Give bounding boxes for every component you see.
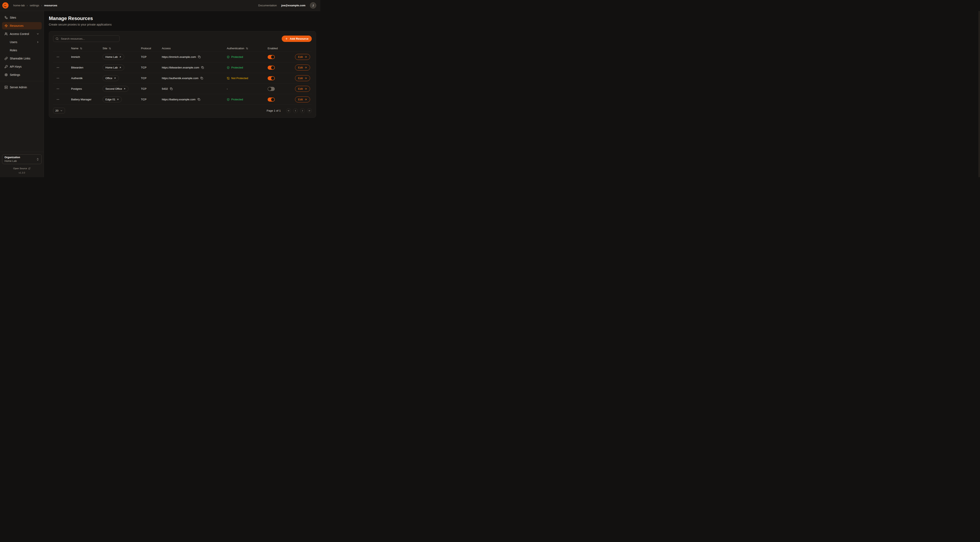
breadcrumb-current: resources [44, 4, 57, 7]
column-header-name[interactable]: Name [71, 47, 103, 50]
site-link[interactable]: Edge 01 [103, 96, 122, 102]
arrow-up-right-icon [119, 67, 121, 69]
row-menu-button[interactable] [56, 76, 60, 80]
copy-button[interactable] [197, 98, 200, 101]
site-link[interactable]: Home Lab [103, 54, 124, 60]
link-icon [5, 57, 8, 60]
documentation-link[interactable]: Documentation [258, 4, 277, 7]
shield-check-icon [227, 66, 230, 69]
edit-button[interactable]: Edit [295, 65, 310, 70]
sidebar-item-resources[interactable]: Resources [2, 22, 42, 29]
user-email[interactable]: joe@example.com [281, 4, 305, 7]
copy-button[interactable] [170, 88, 173, 90]
sidebar-item-roles[interactable]: Roles [2, 46, 42, 54]
edit-button[interactable]: Edit [295, 86, 310, 92]
resource-access: https://bitwarden.example.com [162, 66, 199, 69]
next-page-button[interactable] [300, 108, 305, 113]
first-page-button[interactable] [286, 108, 291, 113]
enabled-toggle[interactable] [267, 76, 275, 80]
ellipsis-icon [56, 98, 59, 101]
enabled-toggle[interactable] [267, 87, 275, 91]
edit-button[interactable]: Edit [295, 96, 310, 102]
key-icon [5, 65, 8, 68]
resources-card: Add Resource Name Site [49, 31, 316, 118]
copy-button[interactable] [201, 66, 204, 69]
breadcrumb-settings-link[interactable]: settings [30, 4, 39, 7]
chevrons-right-icon [308, 109, 311, 112]
arrow-up-right-icon [117, 98, 119, 100]
sidebar-item-users[interactable]: Users [2, 38, 42, 46]
workflow-icon [5, 16, 8, 19]
column-header-site[interactable]: Site [103, 47, 141, 50]
copy-button[interactable] [200, 77, 203, 80]
resource-protocol: TCP [141, 87, 162, 90]
page-info: Page 1 of 1 [267, 109, 281, 112]
chevron-left-icon [294, 109, 297, 112]
pangolin-logo-icon[interactable] [2, 2, 9, 9]
table-row: Battery Manager Edge 01 TCP https://batt… [53, 94, 312, 105]
sidebar-item-label: API Keys [10, 65, 22, 68]
sidebar-item-server-admin[interactable]: Server Admin [2, 84, 42, 91]
resource-protocol: TCP [141, 77, 162, 80]
copy-icon [170, 88, 173, 90]
chevron-right-icon [301, 109, 304, 112]
enabled-toggle[interactable] [267, 55, 275, 59]
open-source-link[interactable]: Open Source [2, 167, 42, 170]
server-icon [5, 86, 8, 89]
resource-access: https://immich.example.com [162, 56, 196, 59]
arrow-right-icon [304, 66, 307, 69]
column-header-authentication[interactable]: Authentication [227, 47, 267, 50]
copy-icon [201, 66, 204, 69]
avatar-initial: J [312, 4, 314, 7]
resource-name: Bitwarden [71, 66, 103, 69]
row-menu-button[interactable] [56, 87, 60, 91]
enabled-toggle[interactable] [267, 97, 275, 102]
ellipsis-icon [56, 66, 59, 69]
row-menu-button[interactable] [56, 55, 60, 59]
add-resource-button[interactable]: Add Resource [282, 35, 312, 42]
ellipsis-icon [56, 87, 59, 90]
org-selector[interactable]: Organization Home Lab [2, 154, 42, 164]
edit-button[interactable]: Edit [295, 54, 310, 60]
sidebar-item-api-keys[interactable]: API Keys [2, 63, 42, 70]
row-menu-button[interactable] [56, 65, 60, 70]
resource-name: Postgres [71, 87, 103, 90]
sidebar: Sites Resources Access Control Users Rol… [0, 11, 44, 177]
sidebar-item-access-control[interactable]: Access Control [2, 30, 42, 38]
search-input[interactable] [60, 37, 117, 40]
arrow-right-icon [304, 98, 307, 101]
shield-check-icon [227, 56, 230, 59]
table-row: Postgres Second Office TCP 5432 - Edit [53, 84, 312, 94]
last-page-button[interactable] [307, 108, 312, 113]
sidebar-item-label: Users [10, 40, 18, 44]
table-row: Authentik Office TCP https://authentik.e… [53, 73, 312, 84]
page-title: Manage Resources [49, 16, 316, 21]
edit-button[interactable]: Edit [295, 75, 310, 81]
column-header-protocol: Protocol [141, 47, 162, 50]
page-subtitle: Create secure proxies to your private ap… [49, 23, 316, 26]
sidebar-item-sites[interactable]: Sites [2, 14, 42, 21]
breadcrumb-org-link[interactable]: home-lab [13, 4, 25, 7]
external-link-icon [28, 167, 30, 170]
rows-per-page-select[interactable]: 20 [53, 108, 65, 113]
site-link[interactable]: Second Office [103, 86, 129, 92]
sidebar-item-settings[interactable]: Settings [2, 71, 42, 78]
sidebar-item-shareable-links[interactable]: Shareable Links [2, 55, 42, 62]
column-header-access: Access [162, 47, 227, 50]
sidebar-item-label: Access Control [10, 32, 29, 35]
arrow-up-right-icon [123, 88, 126, 90]
enabled-toggle[interactable] [267, 65, 275, 70]
app-root: home-lab › settings › resources Document… [0, 0, 320, 177]
avatar[interactable]: J [310, 2, 316, 9]
row-menu-button[interactable] [56, 97, 60, 101]
copy-button[interactable] [198, 56, 200, 58]
auth-status: Protected [227, 66, 267, 69]
search-box [53, 35, 119, 42]
resource-protocol: TCP [141, 66, 162, 69]
site-link[interactable]: Office [103, 75, 119, 81]
ellipsis-icon [56, 56, 59, 59]
previous-page-button[interactable] [293, 108, 298, 113]
breadcrumb-separator-icon: › [41, 4, 42, 7]
shield-off-icon [227, 77, 230, 80]
site-link[interactable]: Home Lab [103, 65, 124, 70]
